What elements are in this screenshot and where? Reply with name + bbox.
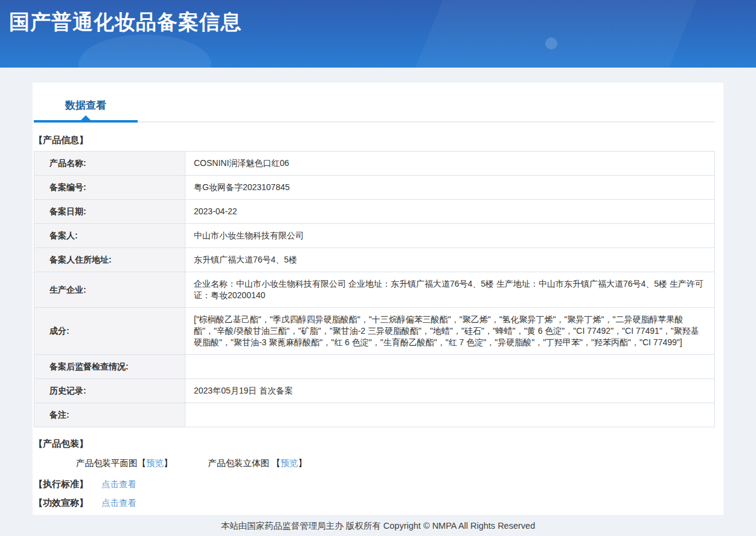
packaging-stereo-label-close: 】 bbox=[298, 458, 307, 468]
table-row: 备案编号: 粤G妆网备字2023107845 bbox=[34, 176, 715, 200]
table-row: 备案人住所地址: 东升镇广福大道76号4、5楼 bbox=[34, 248, 715, 272]
tab-data-view[interactable]: 数据查看 bbox=[34, 98, 138, 121]
row-value: 中山市小妆生物科技有限公司 bbox=[185, 224, 715, 248]
row-label: 备案日期: bbox=[34, 200, 185, 224]
row-label: 备案人住所地址: bbox=[34, 248, 185, 272]
row-label: 产品名称: bbox=[34, 152, 185, 176]
table-row: 备案人: 中山市小妆生物科技有限公司 bbox=[34, 224, 715, 248]
row-value: 粤G妆网备字2023107845 bbox=[185, 176, 715, 200]
table-row: 生产企业: 企业名称：中山市小妆生物科技有限公司 企业地址：东升镇广福大道76号… bbox=[34, 272, 715, 308]
row-value bbox=[185, 403, 715, 427]
header-banner: 国产普通化妆品备案信息 bbox=[0, 0, 756, 68]
row-label: 历史记录: bbox=[34, 379, 185, 403]
efficacy-claim-link[interactable]: 点击查看 bbox=[101, 498, 136, 508]
exec-standard-link[interactable]: 点击查看 bbox=[101, 479, 136, 489]
row-value bbox=[185, 355, 715, 379]
section-title-exec-standard: 【执行标准】 bbox=[34, 479, 88, 489]
section-title-efficacy-claim: 【功效宣称】 bbox=[34, 497, 88, 508]
row-label: 备案人: bbox=[34, 224, 185, 248]
row-label: 备案编号: bbox=[34, 176, 185, 200]
footer: 本站由国家药品监督管理局主办 版权所有 Copyright © NMPA All… bbox=[0, 515, 756, 532]
content-card: 数据查看 【产品信息】 产品名称: COSNINI润泽魅色口红06 备案编号: … bbox=[33, 83, 723, 515]
row-value: 企业名称：中山市小妆生物科技有限公司 企业地址：东升镇广福大道76号4、5楼 生… bbox=[185, 272, 715, 308]
row-value: 东升镇广福大道76号4、5楼 bbox=[185, 248, 715, 272]
row-value: 2023-04-22 bbox=[185, 200, 715, 224]
table-row: 备注: bbox=[34, 403, 715, 427]
active-tab-underline bbox=[34, 120, 138, 123]
footer-copyright-text: 本站由国家药品监督管理局主办 版权所有 Copyright © NMPA All… bbox=[221, 521, 535, 531]
row-value: COSNINI润泽魅色口红06 bbox=[185, 152, 715, 176]
table-row: 备案后监督检查情况: bbox=[34, 355, 715, 379]
product-info-table: 产品名称: COSNINI润泽魅色口红06 备案编号: 粤G妆网备字202310… bbox=[34, 151, 715, 427]
section-title-product-info: 【产品信息】 bbox=[34, 135, 715, 146]
table-row: 备案日期: 2023-04-22 bbox=[34, 200, 715, 224]
row-value-ingredients: ["棕榈酸乙基己酯"，"季戊四醇四异硬脂酸酯"，"十三烷醇偏苯三酸酯"，"聚乙烯… bbox=[185, 308, 715, 355]
packaging-stereo-label: 产品包装立体图 【 bbox=[208, 458, 281, 468]
banner-decoration bbox=[78, 34, 211, 68]
packaging-flat-label: 产品包装平面图【 bbox=[76, 458, 146, 468]
table-row: 产品名称: COSNINI润泽魅色口红06 bbox=[34, 152, 715, 176]
active-tab-arrow-icon bbox=[81, 115, 91, 120]
packaging-flat-item: 产品包装平面图【预览】 bbox=[76, 458, 175, 468]
packaging-stereo-preview-link[interactable]: 预览 bbox=[281, 458, 298, 468]
packaging-flat-label-close: 】 bbox=[164, 458, 173, 468]
packaging-links-row: 产品包装平面图【预览】 产品包装立体图 【预览】 bbox=[76, 458, 715, 469]
page-title: 国产普通化妆品备案信息 bbox=[0, 0, 756, 36]
row-label: 成分: bbox=[34, 308, 185, 355]
banner-decoration bbox=[545, 37, 557, 49]
exec-standard-row: 【执行标准】 点击查看 bbox=[34, 479, 715, 490]
packaging-flat-preview-link[interactable]: 预览 bbox=[146, 458, 164, 468]
row-label: 生产企业: bbox=[34, 272, 185, 308]
packaging-stereo-item: 产品包装立体图 【预览】 bbox=[208, 458, 307, 468]
table-row: 成分: ["棕榈酸乙基己酯"，"季戊四醇四异硬脂酸酯"，"十三烷醇偏苯三酸酯"，… bbox=[34, 308, 715, 355]
row-label: 备案后监督检查情况: bbox=[34, 355, 185, 379]
efficacy-claim-row: 【功效宣称】 点击查看 bbox=[34, 497, 715, 509]
row-value: 2023年05月19日 首次备案 bbox=[185, 379, 715, 403]
tab-bar: 数据查看 bbox=[34, 83, 715, 123]
section-title-product-package: 【产品包装】 bbox=[34, 438, 715, 450]
row-label: 备注: bbox=[34, 403, 185, 427]
table-row: 历史记录: 2023年05月19日 首次备案 bbox=[34, 379, 715, 403]
tab-data-view-label: 数据查看 bbox=[65, 100, 106, 111]
